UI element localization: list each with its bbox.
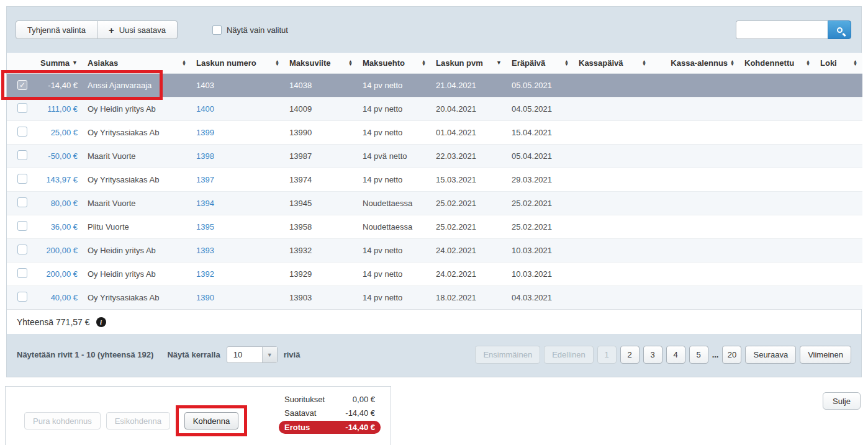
sort-icon[interactable]: ▲▼	[564, 60, 569, 66]
sort-icon[interactable]: ▲▼	[806, 60, 810, 66]
table-row[interactable]: ✓-14,40 €Anssi Ajanvaraaja14031403814 pv…	[7, 73, 862, 97]
pagination-page-3[interactable]: 3	[643, 346, 662, 364]
cell-laskun_numero[interactable]: 1390	[191, 285, 284, 309]
cell-laskun_numero[interactable]: 1403	[191, 73, 284, 97]
cell-laskun_numero[interactable]: 1400	[191, 97, 284, 120]
allocate-button[interactable]: Kohdenna	[184, 412, 238, 429]
search-input[interactable]	[736, 20, 828, 39]
column-header-erapaiva[interactable]: Eräpäivä▲▼	[507, 53, 574, 73]
cell-laskun_numero[interactable]: 1392	[191, 262, 284, 285]
pagination-page-2[interactable]: 2	[620, 346, 640, 364]
close-button[interactable]: Sulje	[823, 392, 861, 410]
invoice-number-link[interactable]: 1395	[196, 222, 214, 231]
table-row[interactable]: 25,00 €Oy Yritysasiakas Ab13991399014 pv…	[7, 120, 862, 144]
amount-link[interactable]: 40,00 €	[51, 293, 78, 302]
table-row[interactable]: 111,00 €Oy Heidin yritys Ab14001400914 p…	[7, 97, 862, 120]
row-checkbox[interactable]	[17, 174, 27, 184]
sort-icon[interactable]: ▲▼	[730, 60, 735, 66]
pagination-page-5[interactable]: 5	[689, 346, 708, 364]
column-header-kassa_alennus[interactable]: Kassa-alennus▲▼	[651, 53, 739, 73]
sort-icon[interactable]: ▲▼	[182, 60, 186, 66]
cell-summa[interactable]: 36,00 €	[38, 215, 83, 238]
amount-link[interactable]: 36,00 €	[51, 222, 78, 231]
amount-link[interactable]: 143,97 €	[46, 175, 78, 184]
column-header-summa[interactable]: Summa▼	[38, 53, 83, 73]
clear-selection-button[interactable]: Tyhjennä valinta	[16, 20, 97, 39]
invoice-number-link[interactable]: 1394	[196, 199, 214, 208]
invoice-number-link[interactable]: 1399	[196, 128, 214, 137]
column-header-maksuehto[interactable]: Maksuehto▲▼	[358, 53, 431, 73]
sort-icon[interactable]: ▲▼	[348, 60, 353, 66]
table-row[interactable]: 143,97 €Oy Yritysasiakas Ab13971397414 p…	[7, 168, 862, 191]
row-checkbox[interactable]	[17, 221, 27, 231]
new-receivable-button[interactable]: + Uusi saatava	[97, 20, 178, 39]
invoice-number-link[interactable]: 1392	[196, 269, 214, 279]
cell-summa[interactable]: 111,00 €	[38, 97, 83, 120]
amount-link[interactable]: 200,00 €	[46, 246, 78, 255]
row-checkbox[interactable]	[17, 245, 27, 254]
table-row[interactable]: -50,00 €Maarit Vuorte13981398714 pvä net…	[7, 144, 862, 168]
amount-link[interactable]: 200,00 €	[46, 269, 78, 279]
row-checkbox[interactable]	[17, 292, 27, 302]
row-checkbox[interactable]	[17, 103, 27, 113]
column-header-asiakas[interactable]: Asiakas▲▼	[83, 53, 191, 73]
pagination-page-20[interactable]: 20	[722, 346, 741, 364]
cell-laskun_numero[interactable]: 1394	[191, 191, 284, 215]
cell-summa[interactable]: 200,00 €	[38, 238, 83, 262]
amount-link[interactable]: -14,40 €	[48, 81, 78, 90]
cell-summa[interactable]: 200,00 €	[38, 262, 83, 285]
invoice-number-link[interactable]: 1400	[196, 104, 214, 114]
row-checkbox[interactable]	[17, 197, 27, 207]
cell-laskun_numero[interactable]: 1395	[191, 215, 284, 238]
pagination-next-button[interactable]: Seuraava	[745, 346, 796, 364]
search-button[interactable]	[828, 20, 851, 39]
invoice-number-link[interactable]: 1398	[196, 151, 214, 161]
table-row[interactable]: 200,00 €Oy Heidin yritys Ab13921392914 p…	[7, 262, 862, 285]
amount-link[interactable]: 25,00 €	[51, 128, 78, 137]
amount-link[interactable]: 80,00 €	[51, 199, 78, 208]
pagination-page-4[interactable]: 4	[666, 346, 685, 364]
row-checkbox[interactable]: ✓	[17, 80, 27, 90]
column-header-maksuviite[interactable]: Maksuviite▲▼	[284, 53, 358, 73]
cell-laskun_numero[interactable]: 1397	[191, 168, 284, 191]
cell-laskun_numero[interactable]: 1393	[191, 238, 284, 262]
sort-icon[interactable]: ▲▼	[275, 60, 279, 66]
sort-desc-icon[interactable]: ▼	[496, 60, 502, 66]
chevron-down-icon[interactable]: ▼	[262, 347, 277, 362]
cell-summa[interactable]: 40,00 €	[38, 285, 83, 309]
column-header-kassapaiva[interactable]: Kassapäivä▲▼	[574, 53, 651, 73]
cell-laskun_numero[interactable]: 1399	[191, 120, 284, 144]
invoice-number-link[interactable]: 1390	[196, 293, 214, 302]
amount-link[interactable]: -50,00 €	[48, 151, 78, 161]
pagination-last-button[interactable]: Viimeinen	[800, 346, 851, 364]
info-icon[interactable]: i	[96, 317, 106, 327]
invoice-number-link[interactable]: 1397	[196, 175, 214, 184]
cell-summa[interactable]: 80,00 €	[38, 191, 83, 215]
column-header-laskun_pvm[interactable]: Laskun pvm▼	[431, 53, 507, 73]
cell-summa[interactable]: -14,40 €	[38, 73, 83, 97]
cell-laskun_numero[interactable]: 1398	[191, 144, 284, 168]
table-row[interactable]: 40,00 €Oy Yritysasiakas Ab13901390314 pv…	[7, 285, 862, 309]
rows-per-page-select[interactable]: 10 ▼	[227, 346, 278, 363]
row-checkbox[interactable]	[17, 150, 27, 160]
column-header-laskun_numero[interactable]: Laskun numero▲▼	[191, 53, 284, 73]
show-only-selected[interactable]: Näytä vain valitut	[212, 25, 288, 35]
invoice-number-link[interactable]: 1403	[196, 81, 214, 90]
table-row[interactable]: 80,00 €Maarit Vuorte139413945Noudettaess…	[7, 191, 862, 215]
cell-summa[interactable]: -50,00 €	[38, 144, 83, 168]
sort-icon[interactable]: ▲▼	[642, 60, 646, 66]
show-only-selected-checkbox[interactable]	[212, 25, 222, 35]
column-header-loki[interactable]: Loki▲▼	[815, 53, 862, 73]
cell-summa[interactable]: 143,97 €	[38, 168, 83, 191]
column-header-kohdennettu[interactable]: Kohdennettu▲▼	[739, 53, 815, 73]
invoice-number-link[interactable]: 1393	[196, 246, 214, 255]
amount-link[interactable]: 111,00 €	[47, 104, 78, 114]
row-checkbox[interactable]	[17, 268, 27, 278]
table-row[interactable]: 200,00 €Oy Heidin yritys Ab13931393214 p…	[7, 238, 862, 262]
table-row[interactable]: 36,00 €Piitu Vuorte139513958Noudettaessa…	[7, 215, 862, 238]
cell-summa[interactable]: 25,00 €	[38, 120, 83, 144]
row-checkbox[interactable]	[17, 127, 27, 137]
sort-desc-icon[interactable]: ▼	[72, 60, 78, 66]
sort-icon[interactable]: ▲▼	[422, 60, 426, 66]
sort-icon[interactable]: ▲▼	[853, 60, 857, 66]
